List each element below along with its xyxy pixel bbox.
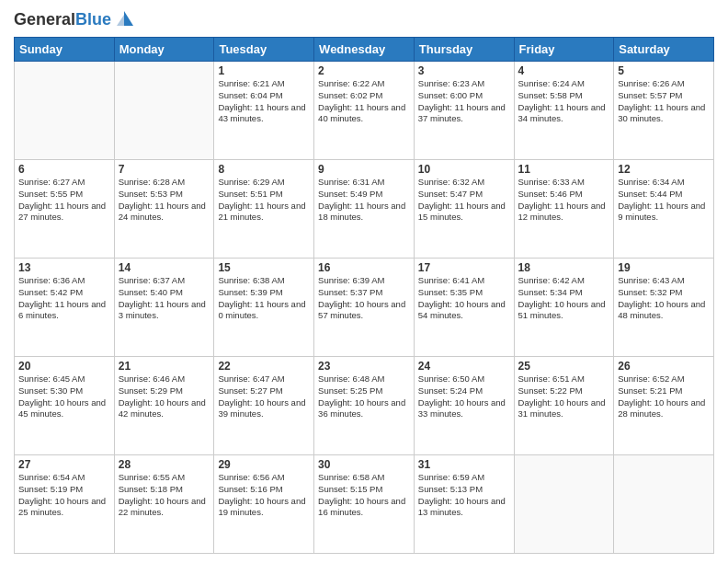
day-number: 25 bbox=[518, 360, 610, 373]
logo-text: GeneralBlue bbox=[14, 11, 111, 28]
calendar-cell: 17Sunrise: 6:41 AMSunset: 5:35 PMDayligh… bbox=[414, 259, 514, 357]
week-row-3: 13Sunrise: 6:36 AMSunset: 5:42 PMDayligh… bbox=[15, 259, 714, 357]
calendar-cell: 31Sunrise: 6:59 AMSunset: 5:13 PMDayligh… bbox=[414, 455, 514, 554]
calendar-cell: 2Sunrise: 6:22 AMSunset: 6:02 PMDaylight… bbox=[314, 62, 415, 160]
day-number: 18 bbox=[518, 261, 610, 274]
calendar-cell: 11Sunrise: 6:33 AMSunset: 5:46 PMDayligh… bbox=[514, 160, 614, 259]
day-number: 24 bbox=[418, 360, 510, 373]
day-info: Sunrise: 6:28 AMSunset: 5:53 PMDaylight:… bbox=[119, 177, 210, 224]
header: GeneralBlue bbox=[14, 9, 714, 29]
calendar-cell: 9Sunrise: 6:31 AMSunset: 5:49 PMDaylight… bbox=[314, 160, 415, 259]
calendar-cell bbox=[614, 455, 714, 554]
calendar-cell: 20Sunrise: 6:45 AMSunset: 5:30 PMDayligh… bbox=[15, 357, 115, 455]
day-info: Sunrise: 6:58 AMSunset: 5:15 PMDaylight:… bbox=[318, 472, 410, 519]
day-number: 8 bbox=[218, 163, 310, 176]
day-number: 16 bbox=[318, 261, 410, 274]
calendar-cell: 13Sunrise: 6:36 AMSunset: 5:42 PMDayligh… bbox=[15, 259, 115, 357]
calendar-cell: 28Sunrise: 6:55 AMSunset: 5:18 PMDayligh… bbox=[114, 455, 214, 554]
day-number: 26 bbox=[618, 360, 710, 373]
calendar-cell: 29Sunrise: 6:56 AMSunset: 5:16 PMDayligh… bbox=[214, 455, 314, 554]
day-number: 9 bbox=[318, 163, 410, 176]
day-info: Sunrise: 6:24 AMSunset: 5:58 PMDaylight:… bbox=[518, 78, 610, 125]
calendar-table: SundayMondayTuesdayWednesdayThursdayFrid… bbox=[14, 37, 714, 554]
day-number: 20 bbox=[18, 360, 110, 373]
week-row-5: 27Sunrise: 6:54 AMSunset: 5:19 PMDayligh… bbox=[15, 455, 714, 554]
day-number: 29 bbox=[218, 458, 310, 471]
weekday-header-tuesday: Tuesday bbox=[214, 38, 314, 62]
calendar-cell: 23Sunrise: 6:48 AMSunset: 5:25 PMDayligh… bbox=[314, 357, 415, 455]
calendar-cell: 21Sunrise: 6:46 AMSunset: 5:29 PMDayligh… bbox=[114, 357, 214, 455]
day-info: Sunrise: 6:29 AMSunset: 5:51 PMDaylight:… bbox=[218, 177, 310, 224]
day-info: Sunrise: 6:56 AMSunset: 5:16 PMDaylight:… bbox=[218, 472, 310, 519]
calendar-cell bbox=[114, 62, 214, 160]
day-info: Sunrise: 6:39 AMSunset: 5:37 PMDaylight:… bbox=[318, 275, 410, 322]
calendar-cell: 15Sunrise: 6:38 AMSunset: 5:39 PMDayligh… bbox=[214, 259, 314, 357]
calendar-cell bbox=[15, 62, 115, 160]
day-info: Sunrise: 6:54 AMSunset: 5:19 PMDaylight:… bbox=[18, 472, 110, 519]
week-row-2: 6Sunrise: 6:27 AMSunset: 5:55 PMDaylight… bbox=[15, 160, 714, 259]
day-info: Sunrise: 6:46 AMSunset: 5:29 PMDaylight:… bbox=[119, 373, 210, 420]
svg-marker-0 bbox=[124, 11, 133, 26]
day-info: Sunrise: 6:41 AMSunset: 5:35 PMDaylight:… bbox=[418, 275, 510, 322]
day-number: 27 bbox=[18, 458, 110, 471]
day-number: 2 bbox=[318, 64, 410, 77]
day-number: 5 bbox=[618, 64, 710, 77]
day-info: Sunrise: 6:48 AMSunset: 5:25 PMDaylight:… bbox=[318, 373, 410, 420]
calendar-cell: 12Sunrise: 6:34 AMSunset: 5:44 PMDayligh… bbox=[614, 160, 714, 259]
day-info: Sunrise: 6:45 AMSunset: 5:30 PMDaylight:… bbox=[18, 373, 110, 420]
day-info: Sunrise: 6:34 AMSunset: 5:44 PMDaylight:… bbox=[618, 177, 710, 224]
day-number: 15 bbox=[218, 261, 310, 274]
calendar-cell: 30Sunrise: 6:58 AMSunset: 5:15 PMDayligh… bbox=[314, 455, 415, 554]
calendar-cell: 5Sunrise: 6:26 AMSunset: 5:57 PMDaylight… bbox=[614, 62, 714, 160]
day-info: Sunrise: 6:52 AMSunset: 5:21 PMDaylight:… bbox=[618, 373, 710, 420]
day-number: 4 bbox=[518, 64, 610, 77]
calendar-cell: 10Sunrise: 6:32 AMSunset: 5:47 PMDayligh… bbox=[414, 160, 514, 259]
day-info: Sunrise: 6:55 AMSunset: 5:18 PMDaylight:… bbox=[119, 472, 210, 519]
calendar-cell: 14Sunrise: 6:37 AMSunset: 5:40 PMDayligh… bbox=[114, 259, 214, 357]
day-number: 7 bbox=[119, 163, 210, 176]
day-number: 22 bbox=[218, 360, 310, 373]
calendar-cell: 18Sunrise: 6:42 AMSunset: 5:34 PMDayligh… bbox=[514, 259, 614, 357]
weekday-header-thursday: Thursday bbox=[414, 38, 514, 62]
day-number: 31 bbox=[418, 458, 510, 471]
day-number: 21 bbox=[119, 360, 210, 373]
weekday-header-sunday: Sunday bbox=[15, 38, 115, 62]
day-number: 6 bbox=[18, 163, 110, 176]
day-info: Sunrise: 6:26 AMSunset: 5:57 PMDaylight:… bbox=[618, 78, 710, 125]
day-info: Sunrise: 6:59 AMSunset: 5:13 PMDaylight:… bbox=[418, 472, 510, 519]
calendar-cell: 19Sunrise: 6:43 AMSunset: 5:32 PMDayligh… bbox=[614, 259, 714, 357]
calendar-cell: 25Sunrise: 6:51 AMSunset: 5:22 PMDayligh… bbox=[514, 357, 614, 455]
calendar-cell: 27Sunrise: 6:54 AMSunset: 5:19 PMDayligh… bbox=[15, 455, 115, 554]
weekday-header-row: SundayMondayTuesdayWednesdayThursdayFrid… bbox=[15, 38, 714, 62]
calendar-cell: 24Sunrise: 6:50 AMSunset: 5:24 PMDayligh… bbox=[414, 357, 514, 455]
logo-sail-icon bbox=[113, 9, 133, 29]
day-info: Sunrise: 6:22 AMSunset: 6:02 PMDaylight:… bbox=[318, 78, 410, 125]
calendar-cell: 4Sunrise: 6:24 AMSunset: 5:58 PMDaylight… bbox=[514, 62, 614, 160]
day-number: 23 bbox=[318, 360, 410, 373]
day-info: Sunrise: 6:36 AMSunset: 5:42 PMDaylight:… bbox=[18, 275, 110, 322]
calendar-cell: 1Sunrise: 6:21 AMSunset: 6:04 PMDaylight… bbox=[214, 62, 314, 160]
day-info: Sunrise: 6:21 AMSunset: 6:04 PMDaylight:… bbox=[218, 78, 310, 125]
day-info: Sunrise: 6:27 AMSunset: 5:55 PMDaylight:… bbox=[18, 177, 110, 224]
weekday-header-saturday: Saturday bbox=[614, 38, 714, 62]
day-info: Sunrise: 6:43 AMSunset: 5:32 PMDaylight:… bbox=[618, 275, 710, 322]
day-info: Sunrise: 6:50 AMSunset: 5:24 PMDaylight:… bbox=[418, 373, 510, 420]
week-row-4: 20Sunrise: 6:45 AMSunset: 5:30 PMDayligh… bbox=[15, 357, 714, 455]
calendar-cell: 8Sunrise: 6:29 AMSunset: 5:51 PMDaylight… bbox=[214, 160, 314, 259]
weekday-header-monday: Monday bbox=[114, 38, 214, 62]
calendar-cell: 26Sunrise: 6:52 AMSunset: 5:21 PMDayligh… bbox=[614, 357, 714, 455]
calendar-cell: 16Sunrise: 6:39 AMSunset: 5:37 PMDayligh… bbox=[314, 259, 415, 357]
calendar-cell: 22Sunrise: 6:47 AMSunset: 5:27 PMDayligh… bbox=[214, 357, 314, 455]
week-row-1: 1Sunrise: 6:21 AMSunset: 6:04 PMDaylight… bbox=[15, 62, 714, 160]
day-number: 10 bbox=[418, 163, 510, 176]
day-number: 14 bbox=[119, 261, 210, 274]
day-number: 28 bbox=[119, 458, 210, 471]
logo-area: GeneralBlue bbox=[14, 9, 133, 29]
day-number: 30 bbox=[318, 458, 410, 471]
svg-marker-1 bbox=[117, 15, 124, 26]
day-info: Sunrise: 6:33 AMSunset: 5:46 PMDaylight:… bbox=[518, 177, 610, 224]
day-info: Sunrise: 6:47 AMSunset: 5:27 PMDaylight:… bbox=[218, 373, 310, 420]
day-info: Sunrise: 6:32 AMSunset: 5:47 PMDaylight:… bbox=[418, 177, 510, 224]
day-info: Sunrise: 6:23 AMSunset: 6:00 PMDaylight:… bbox=[418, 78, 510, 125]
calendar-cell bbox=[514, 455, 614, 554]
